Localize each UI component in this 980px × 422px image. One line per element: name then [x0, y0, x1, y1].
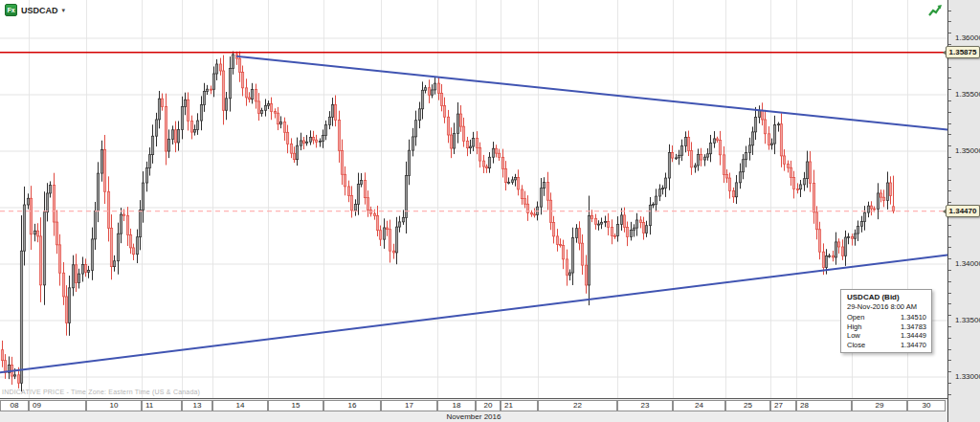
y-axis-tick: [948, 202, 951, 203]
date-cell: 14: [212, 400, 268, 411]
chart-window: Fx USDCAD ▾ INDICATIVE PRICE - Time Zone…: [0, 0, 980, 422]
y-axis-tick: [948, 89, 951, 90]
y-axis-label: 1.35000: [955, 146, 980, 155]
date-cell: 11: [142, 400, 182, 411]
tooltip-open-label: Open: [847, 313, 864, 322]
month-strip: November 2016: [0, 414, 947, 422]
y-axis-tick: [948, 112, 951, 113]
y-axis-tick: [948, 123, 951, 124]
y-axis-tick: [948, 315, 951, 316]
tooltip-high-value: 1.34783: [901, 322, 926, 332]
y-axis-tick: [948, 11, 951, 11]
month-label: November 2016: [0, 412, 947, 421]
y-axis-tick: [948, 100, 951, 101]
chevron-down-icon: ▾: [62, 7, 66, 13]
date-cell: 15: [268, 400, 323, 411]
tooltip-close-label: Close: [847, 341, 865, 350]
trend-up-icon[interactable]: [927, 3, 943, 18]
y-axis-tick: [948, 326, 951, 327]
ohlc-tooltip: USDCAD (Bid) 29-Nov-2016 8:00 AM Open 1.…: [840, 289, 932, 353]
date-cell: 28: [796, 400, 852, 411]
date-cell: 18: [437, 400, 476, 411]
tooltip-low-label: Low: [847, 331, 860, 341]
tooltip-row-high: High 1.34783: [847, 322, 926, 332]
y-axis-label: 1.33500: [955, 316, 980, 324]
candles-layer: [1, 52, 894, 392]
date-cell: 17: [381, 400, 437, 411]
y-axis-tick: [948, 293, 951, 294]
tooltip-open-value: 1.34510: [901, 313, 926, 322]
date-cell: 13: [182, 400, 212, 411]
y-axis-tick: [948, 394, 951, 395]
symbol-label: USDCAD: [21, 6, 58, 15]
date-cell: 20: [476, 400, 501, 411]
price-badge-resistance: 1.35875: [946, 46, 980, 58]
y-axis-tick: [948, 33, 951, 33]
y-axis-tick: [948, 190, 951, 191]
y-axis-tick: [948, 303, 951, 304]
y-axis-tick: [948, 349, 951, 350]
y-axis-label: 1.34000: [955, 259, 980, 268]
date-cell: 25: [725, 400, 770, 411]
y-axis-tick: [948, 44, 951, 45]
y-axis-tick: [948, 225, 951, 226]
y-axis-tick: [948, 236, 951, 237]
y-axis-tick: [948, 371, 951, 372]
symbol-selector[interactable]: Fx USDCAD ▾: [5, 4, 65, 16]
date-cell: 30: [907, 400, 946, 411]
date-cell: 29: [852, 400, 907, 411]
y-axis-tick: [948, 78, 951, 78]
date-cell: 27: [770, 400, 796, 411]
tooltip-row-low: Low 1.34449: [847, 331, 926, 341]
y-axis-tick: [948, 168, 951, 169]
date-cell: 10: [86, 400, 142, 411]
date-cell: 22: [538, 400, 617, 411]
date-cell: 23: [617, 400, 673, 411]
y-axis-tick: [948, 157, 951, 158]
y-axis-tick: [948, 67, 951, 68]
fx-badge-icon: Fx: [5, 4, 17, 16]
tooltip-row-open: Open 1.34510: [847, 313, 926, 322]
date-cell: 09: [29, 400, 86, 411]
price-axis[interactable]: 1.360001.355001.350001.345001.340001.335…: [947, 0, 980, 422]
trendline-descending-resistance: [237, 56, 947, 130]
y-axis-tick: [948, 360, 951, 361]
y-axis-tick: [948, 134, 951, 135]
y-axis-label: 1.36000: [955, 33, 980, 42]
date-cell: 24: [673, 400, 725, 411]
y-axis-tick: [948, 281, 951, 282]
indicative-price-watermark: INDICATIVE PRICE - Time Zone: Eastern Ti…: [2, 389, 200, 395]
y-axis-label: 1.33000: [955, 372, 980, 381]
tooltip-row-close: Close 1.34470: [847, 341, 926, 350]
y-axis-label: 1.35500: [955, 90, 980, 99]
tooltip-high-label: High: [847, 322, 861, 332]
y-axis-tick: [948, 383, 951, 384]
y-axis-tick: [948, 258, 951, 259]
tooltip-title: USDCAD (Bid): [847, 293, 926, 301]
tooltip-datetime: 29-Nov-2016 8:00 AM: [847, 302, 926, 311]
y-axis-tick: [948, 247, 951, 248]
y-axis-tick: [948, 270, 951, 271]
date-cell: 21: [501, 400, 538, 411]
y-axis-tick: [948, 21, 951, 22]
price-badge-last: 1.34470: [946, 205, 980, 217]
tooltip-close-value: 1.34470: [901, 341, 926, 350]
y-axis-tick: [948, 180, 951, 181]
tooltip-low-value: 1.34449: [901, 331, 926, 341]
date-cell: 16: [323, 400, 381, 411]
y-axis-tick: [948, 145, 951, 146]
price-chart[interactable]: [0, 0, 947, 398]
date-cell: 08: [0, 400, 29, 411]
y-axis-tick: [948, 338, 951, 339]
